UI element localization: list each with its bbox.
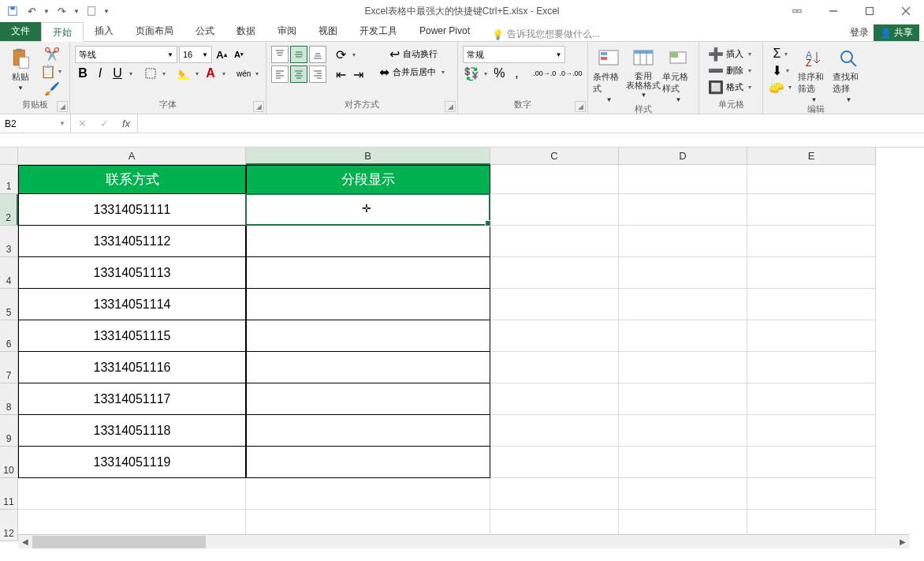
copy-icon[interactable]: 📋▾: [39, 63, 65, 79]
percent-icon[interactable]: %: [491, 65, 507, 81]
tab-view[interactable]: 视图: [307, 21, 348, 41]
row-header-10[interactable]: 10: [0, 447, 18, 478]
italic-button[interactable]: I: [92, 65, 108, 81]
row-header-4[interactable]: 4: [0, 257, 18, 289]
row-header-11[interactable]: 11: [0, 478, 18, 510]
cell-A4[interactable]: 13314051113: [18, 257, 246, 289]
tab-layout[interactable]: 页面布局: [125, 21, 184, 41]
cells-area[interactable]: 联系方式分段显示13314051111133140511121331405111…: [18, 165, 876, 541]
cell-E8[interactable]: [747, 383, 876, 415]
confirm-formula-icon[interactable]: ✓: [93, 118, 115, 129]
cell-E10[interactable]: [747, 447, 876, 478]
cell-C8[interactable]: [490, 383, 619, 415]
sort-filter-button[interactable]: AZ排序和筛选▼: [798, 46, 829, 103]
cell-C7[interactable]: [490, 352, 619, 383]
cell-C9[interactable]: [490, 415, 619, 447]
number-format-combo[interactable]: 常规▼: [463, 46, 565, 63]
orientation-icon[interactable]: ⟳: [333, 47, 348, 62]
cell-B9[interactable]: [246, 415, 490, 447]
clear-icon[interactable]: 🧽▾: [768, 79, 795, 95]
cell-E3[interactable]: [747, 226, 876, 257]
fill-icon[interactable]: ⬇▾: [768, 62, 795, 78]
cell-B1[interactable]: 分段显示: [246, 165, 490, 194]
format-as-table-button[interactable]: 套用 表格格式▼: [628, 46, 659, 99]
cell-B4[interactable]: [246, 257, 490, 289]
row-header-6[interactable]: 6: [0, 320, 18, 352]
column-header-B[interactable]: B: [246, 148, 490, 165]
scroll-left-icon[interactable]: ◀: [18, 537, 32, 546]
row-header-1[interactable]: 1: [0, 165, 18, 194]
insert-cells-button[interactable]: ➕插入▾: [704, 46, 758, 62]
cell-B3[interactable]: [246, 226, 490, 257]
column-header-A[interactable]: A: [18, 148, 246, 165]
cell-A7[interactable]: 13314051116: [18, 352, 246, 383]
tab-home[interactable]: 开始: [41, 22, 84, 42]
maximize-icon[interactable]: [851, 1, 888, 21]
row-header-2[interactable]: 2: [0, 194, 18, 226]
cell-D10[interactable]: [619, 447, 747, 478]
select-all-corner[interactable]: [0, 148, 18, 165]
scroll-right-icon[interactable]: ▶: [896, 537, 910, 546]
cell-E6[interactable]: [747, 320, 876, 352]
fx-icon[interactable]: fx: [115, 118, 137, 129]
undo-icon[interactable]: ↶: [24, 3, 39, 19]
phonetic-icon[interactable]: wén: [236, 65, 251, 81]
decrease-decimal-icon[interactable]: .0→.00: [558, 65, 583, 81]
align-center-icon[interactable]: [290, 65, 307, 83]
row-header-5[interactable]: 5: [0, 289, 18, 320]
format-painter-icon[interactable]: 🖌️: [39, 80, 65, 96]
cell-A5[interactable]: 13314051114: [18, 289, 246, 320]
tab-insert[interactable]: 插入: [84, 21, 125, 41]
cell-D8[interactable]: [619, 383, 747, 415]
conditional-format-button[interactable]: 条件格式▼: [593, 46, 624, 103]
border-icon[interactable]: [143, 65, 158, 81]
tab-formula[interactable]: 公式: [184, 21, 225, 41]
format-cells-button[interactable]: 🔲格式▾: [704, 79, 758, 95]
align-left-icon[interactable]: [271, 65, 289, 83]
column-header-C[interactable]: C: [490, 148, 619, 165]
cell-D11[interactable]: [619, 478, 747, 510]
column-header-D[interactable]: D: [619, 148, 747, 165]
tab-dev[interactable]: 开发工具: [348, 21, 408, 41]
cell-A9[interactable]: 13314051118: [18, 415, 246, 447]
wrap-text-button[interactable]: ↩自动换行: [374, 46, 453, 62]
save-icon[interactable]: [5, 3, 20, 19]
font-name-combo[interactable]: 等线▼: [75, 46, 177, 63]
row-header-7[interactable]: 7: [0, 352, 18, 383]
align-middle-icon[interactable]: [290, 46, 307, 63]
cell-D3[interactable]: [619, 226, 747, 257]
cell-D1[interactable]: [619, 165, 747, 194]
autosum-icon[interactable]: Σ▾: [768, 46, 795, 62]
horizontal-scrollbar[interactable]: ◀ ▶: [18, 534, 910, 548]
cell-B6[interactable]: [246, 320, 490, 352]
cell-B10[interactable]: [246, 447, 490, 478]
align-bottom-icon[interactable]: [309, 46, 326, 63]
cut-icon[interactable]: ✂️: [39, 46, 65, 62]
merge-center-button[interactable]: ⬌合并后居中▾: [374, 64, 453, 80]
cell-C3[interactable]: [490, 226, 619, 257]
cell-D6[interactable]: [619, 320, 747, 352]
name-box[interactable]: B2▼: [0, 114, 71, 133]
cell-A2[interactable]: 13314051111: [18, 194, 246, 226]
increase-font-icon[interactable]: A▴: [214, 47, 229, 62]
spreadsheet-grid[interactable]: ABCDE 123456789101112 联系方式分段显示1331405111…: [0, 148, 924, 548]
cell-C11[interactable]: [490, 478, 619, 510]
cell-E9[interactable]: [747, 415, 876, 447]
minimize-icon[interactable]: [815, 1, 851, 21]
increase-indent-icon[interactable]: ⇥: [350, 66, 366, 82]
cell-D7[interactable]: [619, 352, 747, 383]
cell-C2[interactable]: [490, 194, 619, 226]
fill-color-icon[interactable]: [176, 65, 192, 81]
comma-icon[interactable]: ,: [509, 65, 524, 81]
dialog-launcher-icon[interactable]: ◢: [253, 101, 264, 112]
dialog-launcher-icon[interactable]: ◢: [575, 101, 586, 112]
tab-review[interactable]: 审阅: [266, 21, 307, 41]
row-header-9[interactable]: 9: [0, 415, 18, 447]
cell-B5[interactable]: [246, 289, 490, 320]
accounting-format-icon[interactable]: 💱: [463, 65, 480, 81]
cell-E4[interactable]: [747, 257, 876, 289]
increase-decimal-icon[interactable]: .00→.0: [532, 65, 557, 81]
cell-A8[interactable]: 13314051117: [18, 383, 246, 415]
cancel-formula-icon[interactable]: ✕: [71, 118, 93, 129]
decrease-font-icon[interactable]: A▾: [231, 47, 247, 62]
